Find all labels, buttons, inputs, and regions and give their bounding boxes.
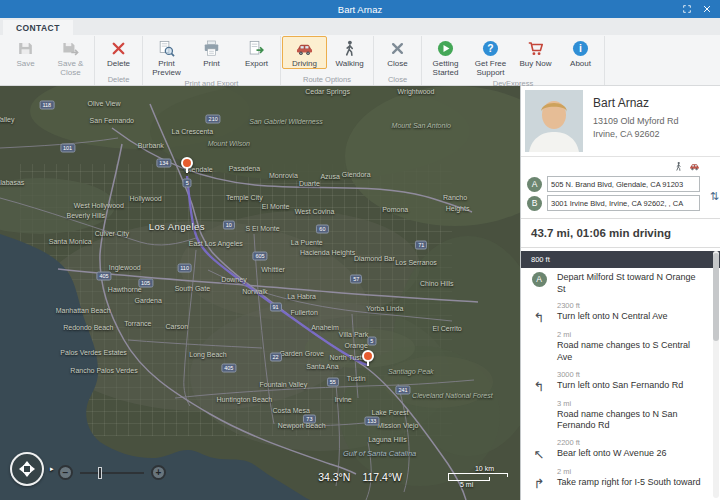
ribbon-button-icon — [481, 39, 500, 58]
ribbon-button[interactable]: Print Preview — [144, 36, 189, 78]
close-icon[interactable] — [698, 2, 715, 16]
ribbon-group-label: Route Options — [282, 74, 372, 85]
zoom-slider-thumb[interactable] — [98, 467, 102, 479]
zoom-slider[interactable] — [80, 472, 144, 474]
highway-shield: 22 — [270, 353, 282, 362]
ribbon-button[interactable]: Print — [189, 36, 234, 69]
zoom-in-button[interactable]: + — [151, 465, 166, 480]
walking-mode-icon[interactable] — [673, 161, 684, 172]
ribbon-button[interactable]: Export — [234, 36, 279, 69]
ribbon-tab-row: CONTACT — [0, 18, 720, 35]
highway-shield: 210 — [206, 115, 221, 124]
ribbon-button[interactable]: About — [558, 36, 603, 69]
step-maneuver-icon: ↱ — [529, 477, 549, 490]
scrollbar-thumb[interactable] — [713, 253, 719, 341]
route-start-badge: A — [527, 177, 542, 192]
ribbon-button-label: Delete — [107, 59, 130, 68]
contact-card: Bart Arnaz 13109 Old Myford Rd Irvine, C… — [521, 86, 720, 156]
highway-shield: 71 — [415, 241, 427, 250]
direction-step[interactable]: 2 mi Road name changes to S Central Ave — [521, 328, 720, 363]
highway-shield: 55 — [327, 378, 339, 387]
highway-shield: 101 — [60, 144, 75, 153]
ribbon: Save Save & Close Delete Delete — [0, 35, 720, 86]
highway-shield: 5 — [183, 179, 192, 188]
ribbon-button-label: Close — [387, 59, 407, 68]
ribbon-button-label: Save — [16, 59, 34, 68]
direction-step[interactable]: 3000 ft ↰ Turn left onto San Fernando Rd — [521, 368, 720, 393]
latitude: 34.3°N — [318, 471, 350, 483]
ribbon-button-label: Export — [245, 59, 268, 68]
step-maneuver-icon: ↰ — [529, 380, 549, 393]
zoom-out-button[interactable]: − — [58, 465, 73, 480]
highway-shield: 10 — [223, 220, 235, 229]
ribbon-group-label: Close — [375, 74, 420, 85]
pan-right-icon[interactable] — [30, 465, 39, 473]
pan-compass[interactable] — [10, 452, 44, 486]
route-start-input[interactable] — [547, 176, 700, 192]
ribbon-group: Close Close — [374, 36, 422, 85]
direction-step[interactable]: 800 ft A Depart Milford St toward N Oran… — [521, 251, 720, 295]
route-end-input[interactable] — [547, 195, 700, 211]
map-pin[interactable] — [362, 350, 374, 362]
step-instruction: Road name changes to N San Fernando Rd — [557, 409, 704, 432]
direction-step[interactable]: 2300 ft ↰ Turn left onto N Central Ave — [521, 299, 720, 324]
chevron-right-icon[interactable]: ▸ — [50, 465, 54, 473]
step-distance: 2 mi — [521, 328, 720, 340]
step-maneuver-icon: ↰ — [529, 311, 549, 324]
ribbon-button-label: Buy Now — [519, 59, 551, 68]
ribbon-button[interactable]: Driving — [282, 36, 327, 69]
ribbon-button-icon — [571, 39, 590, 58]
ribbon-button[interactable]: Close — [375, 36, 420, 69]
ribbon-button[interactable]: Get Free Support — [468, 36, 513, 78]
ribbon-button[interactable]: Buy Now — [513, 36, 558, 69]
ribbon-button-icon — [436, 39, 455, 58]
ribbon-group: Save Save & Close — [2, 36, 95, 85]
titlebar: Bart Arnaz — [0, 0, 720, 18]
driving-mode-icon[interactable] — [689, 161, 700, 172]
direction-step[interactable]: 3 mi Road name changes to N San Fernando… — [521, 397, 720, 432]
pan-left-icon[interactable] — [15, 465, 24, 473]
ribbon-button[interactable]: Getting Started — [423, 36, 468, 78]
step-instruction: Bear left onto W Avenue 26 — [557, 448, 666, 461]
ribbon-button-icon — [247, 39, 266, 58]
ribbon-button-label: Walking — [335, 59, 363, 68]
ribbon-button-icon — [109, 39, 128, 58]
step-distance: 3 mi — [521, 397, 720, 409]
map[interactable]: Cedar SpringsWrightwoodOlive ViewSan Fer… — [0, 86, 520, 500]
step-maneuver-icon: A — [529, 272, 549, 295]
scrollbar[interactable] — [713, 251, 719, 498]
step-instruction: Turn left onto San Fernando Rd — [557, 380, 683, 393]
swap-addresses-icon[interactable]: ⇅ — [710, 191, 719, 202]
ribbon-group: Driving Walking Route Options — [281, 36, 374, 85]
tab-contact[interactable]: CONTACT — [3, 20, 73, 35]
direction-step[interactable]: 2 mi ↱ Take ramp right for I-5 South tow… — [521, 465, 720, 490]
route-inputs: A B ⇅ — [521, 156, 720, 218]
direction-step[interactable]: 2200 ft ↖ Bear left onto W Avenue 26 — [521, 436, 720, 461]
ribbon-button[interactable]: Delete — [96, 36, 141, 69]
ribbon-group-label: Delete — [96, 74, 141, 85]
ribbon-button-label: Print — [203, 59, 219, 68]
ribbon-button[interactable]: Walking — [327, 36, 372, 69]
ribbon-button-icon — [16, 39, 35, 58]
highway-shield: 405 — [96, 272, 111, 281]
contact-address-line2: Irvine, CA 92602 — [593, 128, 679, 141]
expand-icon[interactable] — [678, 2, 695, 16]
ribbon-button-icon — [340, 39, 359, 58]
highway-shield: 105 — [138, 278, 153, 287]
highway-shield: 5 — [367, 336, 376, 345]
highway-shield: 118 — [39, 100, 54, 109]
highway-shield: 91 — [270, 303, 282, 312]
step-instruction: Turn left onto N Central Ave — [557, 311, 668, 324]
highway-shield: 133 — [364, 417, 379, 426]
route-end-badge: B — [527, 196, 542, 211]
step-distance: 800 ft — [521, 251, 720, 268]
app-window: Bart Arnaz CONTACT Save Save & Close — [0, 0, 720, 500]
ribbon-button[interactable]: Save — [3, 36, 48, 69]
ribbon-button[interactable]: Save & Close — [48, 36, 93, 78]
highway-shield: 57 — [350, 274, 362, 283]
ribbon-button-label: About — [570, 59, 591, 68]
directions-list: 800 ft A Depart Milford St toward N Oran… — [521, 248, 720, 500]
pan-down-icon[interactable] — [23, 472, 31, 481]
ribbon-button-icon — [295, 39, 314, 58]
highway-shield: 134 — [156, 158, 171, 167]
